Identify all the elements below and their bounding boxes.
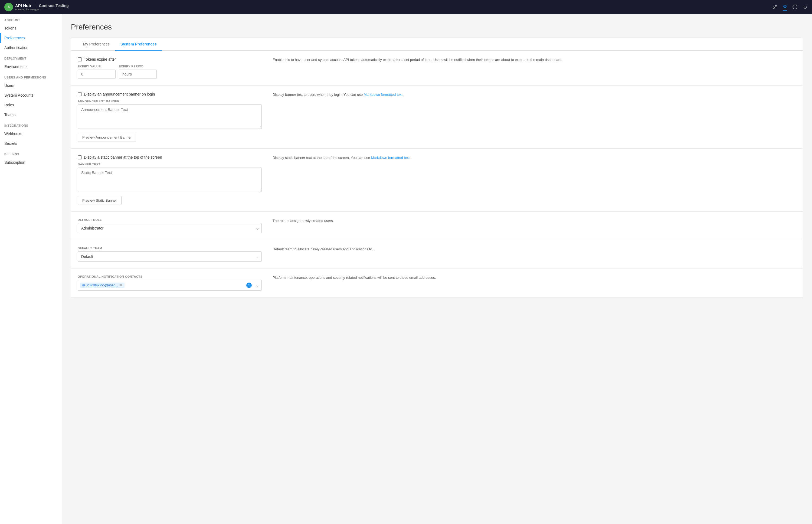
sidebar-item-teams[interactable]: Teams (0, 110, 62, 120)
chat-icon[interactable]: ☍ (773, 4, 777, 10)
notification-contacts-left: OPERATIONAL NOTIFICATION CONTACTS m+2023… (78, 275, 262, 291)
static-banner-field-label: BANNER TEXT (78, 163, 262, 166)
tokens-expire-inputs: EXPIRY VALUE EXPIRY PERIOD (78, 65, 262, 79)
user-icon[interactable]: ☺ (803, 4, 808, 10)
help-icon[interactable]: ⓘ (793, 4, 797, 10)
top-navigation: A API Hub | Contract Testing Powered by … (0, 0, 812, 14)
sidebar-section-users-permissions: USERS AND PERMISSIONS (0, 71, 62, 81)
sidebar-section-billings: BILLINGS (0, 148, 62, 158)
static-markdown-link[interactable]: Markdown formatted text (371, 155, 410, 160)
tokens-expire-label: Tokens expire after (84, 57, 116, 62)
notification-contacts-label: OPERATIONAL NOTIFICATION CONTACTS (78, 275, 262, 278)
announcement-banner-checkbox-row: Display an announcement banner on login (78, 92, 262, 96)
announcement-markdown-link[interactable]: Markdown formatted text (364, 93, 402, 97)
sidebar-item-environments[interactable]: Environments (0, 62, 62, 71)
sidebar-item-tokens[interactable]: Tokens (0, 23, 62, 33)
expiry-value-group: EXPIRY VALUE (78, 65, 116, 79)
default-team-label: DEFAULT TEAM (78, 247, 262, 250)
sidebar-item-subscription[interactable]: Subscription (0, 158, 62, 167)
announcement-banner-checkbox[interactable] (78, 92, 82, 96)
default-team-left: DEFAULT TEAM Default ⌵ (78, 247, 262, 262)
tokens-expire-left: Tokens expire after EXPIRY VALUE EXPIRY … (78, 57, 262, 79)
expiry-value-input[interactable] (78, 69, 116, 79)
tab-system-preferences[interactable]: System Preferences (115, 38, 162, 51)
default-role-description: The role to assign newly created users. (272, 218, 797, 233)
static-banner-description: Display static banner text at the top of… (272, 155, 797, 205)
sidebar-section-account: ACCOUNT (0, 14, 62, 23)
default-team-row: DEFAULT TEAM Default ⌵ Default team to a… (71, 240, 803, 268)
logo-icon: A (4, 3, 13, 11)
notification-tag: m+20230427v5@oneg... ✕ (80, 282, 125, 288)
default-role-left: DEFAULT ROLE Administrator ⌵ (78, 218, 262, 233)
notification-contacts-input[interactable]: m+20230427v5@oneg... ✕ 1 ⌵ (78, 280, 262, 291)
tag-value: m+20230427v5@oneg... (82, 283, 118, 287)
sidebar-item-authentication[interactable]: Authentication (0, 43, 62, 52)
default-role-select-wrapper: Administrator ⌵ (78, 223, 262, 233)
tag-count-badge: 1 (246, 282, 252, 288)
default-role-select[interactable]: Administrator (78, 223, 262, 233)
static-banner-left: Display a static banner at the top of th… (78, 155, 262, 205)
tag-remove-icon[interactable]: ✕ (120, 283, 122, 287)
workspace-name: Contract Testing (39, 3, 69, 8)
expiry-period-label: EXPIRY PERIOD (119, 65, 157, 68)
main-content: Preferences My Preferences System Prefer… (62, 14, 812, 524)
default-team-description: Default team to allocate newly created u… (272, 247, 797, 262)
sidebar-item-secrets[interactable]: Secrets (0, 138, 62, 148)
sidebar-item-system-accounts[interactable]: System Accounts (0, 91, 62, 100)
static-banner-label: Display a static banner at the top of th… (84, 155, 162, 160)
powered-by: Powered by Swagger (15, 8, 69, 11)
notification-contacts-description: Platform maintenance, operations and sec… (272, 275, 797, 291)
announcement-banner-field-label: ANNOUNCEMENT BANNER (78, 100, 262, 103)
tokens-expire-checkbox-row: Tokens expire after (78, 57, 262, 62)
logo-divider: | (34, 3, 35, 8)
preview-announcement-button[interactable]: Preview Announcement Banner (78, 133, 136, 142)
expiry-period-group: EXPIRY PERIOD (119, 65, 157, 79)
topnav-actions: ☍ ⚙ ⓘ ☺ (773, 3, 808, 11)
tabs-bar: My Preferences System Preferences (71, 38, 803, 51)
announcement-banner-textarea[interactable] (78, 104, 262, 129)
layout: ACCOUNT Tokens Preferences Authenticatio… (0, 14, 812, 524)
expiry-period-input[interactable] (119, 69, 157, 79)
static-banner-checkbox[interactable] (78, 155, 82, 160)
app-name: API Hub (15, 3, 31, 8)
static-banner-row: Display a static banner at the top of th… (71, 149, 803, 212)
notification-contacts-row: OPERATIONAL NOTIFICATION CONTACTS m+2023… (71, 268, 803, 297)
default-team-select-wrapper: Default ⌵ (78, 251, 262, 262)
sidebar-item-roles[interactable]: Roles (0, 100, 62, 110)
default-role-label: DEFAULT ROLE (78, 218, 262, 222)
sidebar-section-deployment: DEPLOYMENT (0, 52, 62, 62)
announcement-banner-left: Display an announcement banner on login … (78, 92, 262, 142)
settings-icon[interactable]: ⚙ (783, 3, 787, 11)
sidebar-item-preferences[interactable]: Preferences (0, 33, 62, 43)
sidebar-item-webhooks[interactable]: Webhooks (0, 129, 62, 138)
announcement-banner-row: Display an announcement banner on login … (71, 85, 803, 149)
tokens-expire-checkbox[interactable] (78, 58, 82, 62)
static-banner-textarea[interactable] (78, 167, 262, 192)
default-role-row: DEFAULT ROLE Administrator ⌵ The role to… (71, 212, 803, 240)
page-title: Preferences (71, 23, 803, 31)
static-banner-checkbox-row: Display a static banner at the top of th… (78, 155, 262, 160)
notification-contacts-chevron-icon: ⌵ (256, 283, 258, 288)
tokens-expire-description: Enable this to have user and system acco… (272, 57, 797, 79)
sidebar-item-users[interactable]: Users (0, 81, 62, 91)
announcement-banner-label: Display an announcement banner on login (84, 92, 155, 96)
expiry-value-label: EXPIRY VALUE (78, 65, 116, 68)
tab-my-preferences[interactable]: My Preferences (78, 38, 115, 51)
logo: A API Hub | Contract Testing Powered by … (4, 3, 69, 11)
sidebar: ACCOUNT Tokens Preferences Authenticatio… (0, 14, 62, 524)
preview-static-button[interactable]: Preview Static Banner (78, 196, 121, 205)
default-team-select[interactable]: Default (78, 251, 262, 262)
announcement-banner-description: Display banner text to users when they l… (272, 92, 797, 142)
sidebar-section-integrations: INTEGRATIONS (0, 120, 62, 129)
preferences-card: My Preferences System Preferences Tokens… (71, 38, 803, 297)
tokens-expire-row: Tokens expire after EXPIRY VALUE EXPIRY … (71, 51, 803, 85)
